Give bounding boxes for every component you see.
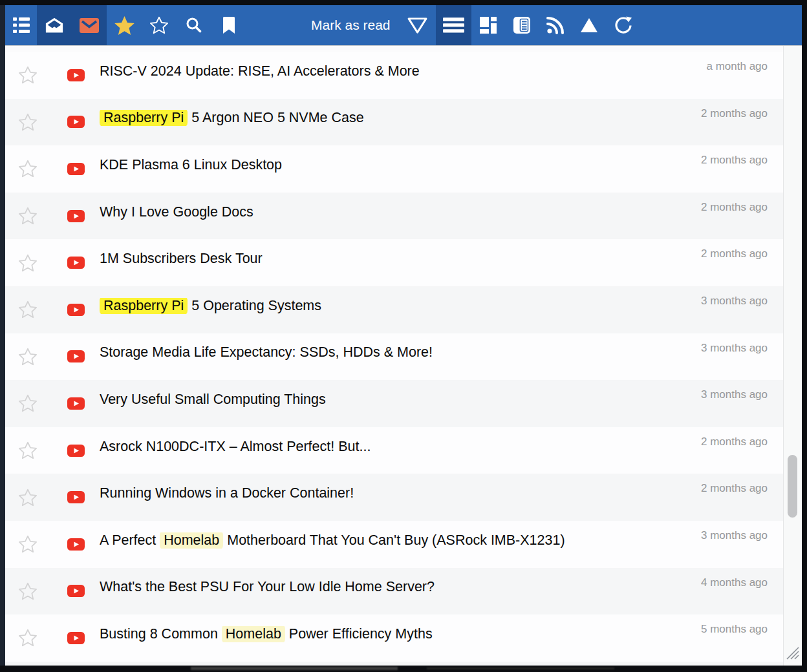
star-toggle[interactable]	[18, 535, 38, 553]
title-text: Very Useful Small Computing Things	[100, 392, 326, 407]
unread-list-button[interactable]	[5, 5, 37, 45]
sort-button[interactable]	[572, 5, 606, 45]
youtube-play-icon	[67, 632, 85, 644]
toolbar-active-segment-2	[436, 5, 471, 45]
star-toggle[interactable]	[18, 207, 38, 225]
article-timestamp: 3 months ago	[693, 295, 768, 308]
star-outline-icon	[18, 488, 38, 507]
youtube-play-icon	[67, 69, 85, 81]
youtube-favicon	[67, 538, 85, 551]
flag-star-button[interactable]	[142, 5, 177, 45]
article-pane-button[interactable]	[505, 5, 539, 45]
youtube-favicon	[67, 116, 85, 128]
mark-as-read-label[interactable]: Mark as read	[311, 17, 391, 33]
rss-icon	[546, 17, 564, 34]
article-timestamp: a month ago	[698, 60, 768, 73]
youtube-play-icon	[67, 397, 85, 410]
list-item-partial[interactable]	[5, 662, 802, 666]
list-item[interactable]: KDE Plasma 6 Linux Desktop 2 months ago	[5, 145, 802, 193]
star-toggle[interactable]	[18, 441, 38, 459]
layout-button[interactable]	[471, 5, 505, 45]
list-item[interactable]: Busting 8 Common Homelab Power Efficienc…	[5, 614, 802, 662]
youtube-favicon	[67, 491, 85, 503]
youtube-favicon	[67, 69, 85, 81]
star-toggle[interactable]	[18, 394, 38, 412]
background-window-remnant	[427, 667, 614, 669]
star-toggle[interactable]	[18, 113, 38, 131]
youtube-favicon	[67, 632, 85, 644]
youtube-play-icon	[67, 445, 85, 457]
youtube-play-icon	[67, 491, 85, 503]
list-item[interactable]: Very Useful Small Computing Things 3 mon…	[5, 380, 802, 427]
article-title: Running Windows in a Docker Container!	[100, 485, 354, 501]
list-item[interactable]: What's the Best PSU For Your Low Idle Ho…	[5, 568, 802, 615]
list-item[interactable]: Raspberry Pi 5 Operating Systems 3 month…	[5, 286, 802, 333]
star-outline-icon	[18, 207, 38, 225]
list-item[interactable]: Storage Media Life Expectancy: SSDs, HDD…	[5, 333, 802, 381]
youtube-play-icon	[67, 257, 85, 269]
menu-button[interactable]	[436, 5, 471, 45]
list-item[interactable]: RISC-V 2024 Update: RISE, AI Accelerator…	[5, 52, 802, 99]
mark-read-envelope-button[interactable]	[37, 5, 72, 45]
title-text: 5 Argon NEO 5 NVMe Case	[188, 110, 363, 125]
resize-grip[interactable]	[783, 644, 800, 663]
article-pane-icon	[513, 17, 530, 34]
title-text: Storage Media Life Expectancy: SSDs, HDD…	[100, 344, 433, 360]
star-toggle[interactable]	[18, 254, 38, 272]
article-timestamp: 4 months ago	[693, 576, 768, 589]
youtube-favicon	[67, 397, 85, 410]
unread-list-icon	[13, 17, 30, 33]
star-toggle[interactable]	[18, 348, 38, 366]
youtube-play-icon	[67, 116, 85, 128]
star-toggle[interactable]	[18, 66, 38, 84]
list-item[interactable]: 1M Subscribers Desk Tour 2 months ago	[5, 239, 802, 286]
article-list: RISC-V 2024 Update: RISE, AI Accelerator…	[5, 46, 802, 666]
youtube-play-icon	[67, 210, 85, 222]
search-highlight-current: Raspberry Pi	[100, 110, 188, 126]
bookmark-button[interactable]	[211, 5, 246, 45]
toolbar-active-segment	[37, 5, 107, 45]
star-outline-icon	[18, 582, 38, 600]
article-title: Storage Media Life Expectancy: SSDs, HDD…	[100, 344, 433, 361]
star-outline-icon	[18, 441, 38, 459]
rss-button[interactable]	[539, 5, 572, 45]
app-window: Mark as read	[5, 5, 802, 666]
article-title: RISC-V 2024 Update: RISE, AI Accelerator…	[100, 63, 420, 79]
article-title: 1M Subscribers Desk Tour	[100, 251, 263, 267]
title-text: Running Windows in a Docker Container!	[100, 485, 354, 501]
star-outline-icon	[18, 394, 38, 412]
star-toggle[interactable]	[18, 160, 38, 178]
list-item[interactable]: Running Windows in a Docker Container! 2…	[5, 474, 802, 521]
window-frame-edge	[0, 5, 5, 666]
title-text: 5 Operating Systems	[188, 298, 321, 313]
search-button[interactable]	[177, 5, 211, 45]
search-highlight: Homelab	[160, 532, 223, 549]
title-text: Busting 8 Common	[100, 626, 222, 642]
list-item[interactable]: Raspberry Pi 5 Argon NEO 5 NVMe Case 2 m…	[5, 99, 802, 146]
article-title: Very Useful Small Computing Things	[100, 392, 326, 408]
article-title: Asrock N100DC-ITX – Almost Perfect! But.…	[100, 439, 371, 455]
refresh-button[interactable]	[606, 5, 640, 45]
star-outline-icon	[18, 348, 38, 366]
scrollbar-track[interactable]	[783, 46, 802, 666]
star-toggle[interactable]	[18, 629, 38, 647]
list-item[interactable]: Why I Love Google Docs 2 months ago	[5, 193, 802, 240]
scrollbar-thumb[interactable]	[788, 455, 797, 518]
mark-unread-envelope-button[interactable]	[72, 5, 107, 45]
article-timestamp: 2 months ago	[693, 247, 768, 260]
star-toggle[interactable]	[18, 488, 38, 507]
youtube-play-icon	[67, 585, 85, 597]
star-toggle[interactable]	[18, 300, 38, 319]
list-item[interactable]: A Perfect Homelab Motherboard That You C…	[5, 521, 802, 568]
unread-envelope-icon	[80, 18, 99, 33]
article-title: KDE Plasma 6 Linux Desktop	[100, 157, 282, 173]
starred-filter-button[interactable]	[107, 5, 142, 45]
article-timestamp: 2 months ago	[693, 482, 768, 495]
star-toggle[interactable]	[18, 582, 38, 600]
star-outline-icon	[18, 629, 38, 647]
youtube-favicon	[67, 304, 85, 316]
filter-button[interactable]	[400, 5, 436, 45]
list-item[interactable]: Asrock N100DC-ITX – Almost Perfect! But.…	[5, 427, 802, 474]
article-timestamp: 2 months ago	[693, 201, 768, 214]
youtube-favicon	[67, 210, 85, 222]
